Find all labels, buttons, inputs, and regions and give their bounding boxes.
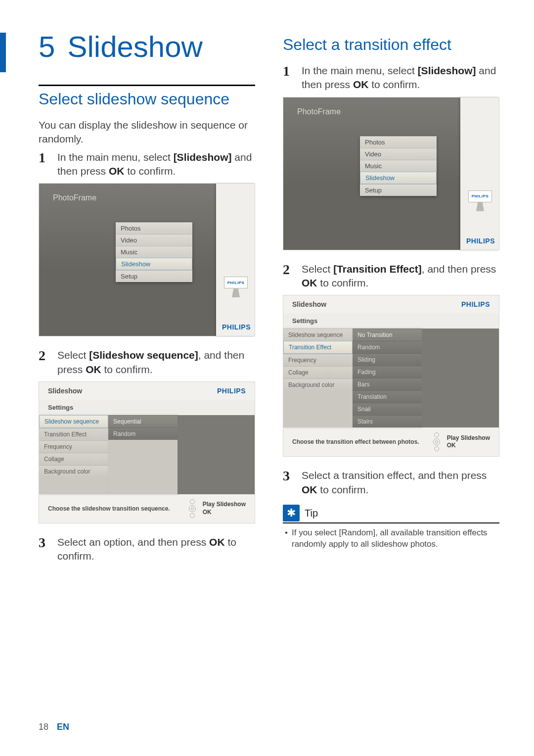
steps-left-3: 3 Select an option, and then press OK to… xyxy=(39,535,255,564)
settings-item-frequency[interactable]: Frequency xyxy=(283,354,353,366)
nav-up-icon xyxy=(434,432,439,437)
settings-brand: PHILIPS xyxy=(217,387,246,395)
step-text: In the main menu, select [Slideshow] and… xyxy=(57,150,255,179)
tip-box: ✱ Tip If you select [Random], all availa… xyxy=(283,505,499,550)
nav-down-icon xyxy=(434,446,439,451)
settings-item-background-color[interactable]: Background color xyxy=(283,378,353,391)
page: 5 Slideshow Select slideshow sequence Yo… xyxy=(0,0,534,597)
menu-item-music[interactable]: Music xyxy=(360,160,437,172)
chapter-heading: 5 Slideshow xyxy=(39,30,255,64)
menu-item-setup[interactable]: Setup xyxy=(116,270,192,282)
settings-option-random[interactable]: Random xyxy=(108,427,178,440)
device-brand: PHILIPS xyxy=(222,323,251,331)
settings-option[interactable]: Sliding xyxy=(353,353,422,366)
settings-item-collage[interactable]: Collage xyxy=(283,366,353,378)
tip-icon: ✱ xyxy=(283,505,300,521)
settings-mid-menu: No Transition Random Sliding Fading Bars… xyxy=(353,329,422,427)
page-number: 18 xyxy=(39,722,48,732)
device-title: PhotoFrame xyxy=(297,107,341,116)
steps-right: 1 In the main menu, select [Slideshow] a… xyxy=(283,64,499,92)
settings-option[interactable]: Snail xyxy=(353,403,422,415)
photoframe-screenshot-left: PhotoFrame Photos Video Music Slideshow … xyxy=(39,183,255,336)
step-number: 3 xyxy=(283,469,294,497)
section-rule xyxy=(39,85,255,86)
menu-item-video[interactable]: Video xyxy=(360,148,437,160)
device-chip: PHILIPS xyxy=(468,190,492,202)
tip-text: If you select [Random], all available tr… xyxy=(285,527,499,550)
settings-item-transition-effect[interactable]: Transition Effect xyxy=(283,341,353,354)
settings-header: Slideshow xyxy=(292,300,326,308)
nav-labels: Play Slideshow OK xyxy=(447,434,490,450)
settings-item-transition-effect[interactable]: Transition Effect xyxy=(39,428,108,440)
step-number: 1 xyxy=(39,150,49,179)
settings-option[interactable]: Stairs xyxy=(353,415,422,427)
settings-item-slideshow-sequence[interactable]: Slideshow sequence xyxy=(283,329,353,341)
settings-item-frequency[interactable]: Frequency xyxy=(39,440,108,453)
device-main-menu: Photos Video Music Slideshow Setup xyxy=(116,222,192,282)
step-number: 2 xyxy=(283,262,294,290)
settings-item-background-color[interactable]: Background color xyxy=(39,465,108,477)
device-chip: PHILIPS xyxy=(224,277,248,288)
device-title: PhotoFrame xyxy=(53,193,96,202)
settings-option-sequential[interactable]: Sequential xyxy=(108,415,178,427)
settings-option[interactable]: Random xyxy=(353,341,422,353)
device-main-menu: Photos Video Music Slideshow Setup xyxy=(360,136,437,196)
chapter-accent-bar xyxy=(0,33,6,72)
device-thumb-panel xyxy=(460,97,499,250)
step-number: 2 xyxy=(39,348,49,377)
nav-ok-icon xyxy=(189,505,196,512)
step-text: Select an option, and then press OK to c… xyxy=(57,535,255,564)
step-number: 3 xyxy=(39,535,49,564)
step-text: Select a transition effect, and then pre… xyxy=(302,469,499,497)
step-number: 1 xyxy=(283,64,294,92)
step-text: Select [Transition Effect], and then pre… xyxy=(302,262,499,290)
steps-right-3: 3 Select a transition effect, and then p… xyxy=(283,469,499,497)
settings-subheader: Settings xyxy=(283,313,499,329)
section-heading-right: Select a transition effect xyxy=(283,36,499,54)
nav-ok-icon xyxy=(433,438,440,445)
settings-header: Slideshow xyxy=(48,387,82,395)
menu-item-music[interactable]: Music xyxy=(116,246,192,258)
left-column: 5 Slideshow Select slideshow sequence Yo… xyxy=(39,30,255,567)
section-heading-left: Select slideshow sequence xyxy=(39,90,255,108)
menu-item-photos[interactable]: Photos xyxy=(116,222,192,234)
settings-option[interactable]: Bars xyxy=(353,378,422,390)
settings-mid-menu: Sequential Random xyxy=(108,415,178,494)
menu-item-setup[interactable]: Setup xyxy=(360,184,437,196)
right-column: Select a transition effect 1 In the main… xyxy=(283,30,499,567)
settings-screenshot-right: Slideshow PHILIPS Settings Slideshow seq… xyxy=(283,295,499,457)
photoframe-screenshot-right: PhotoFrame Photos Video Music Slideshow … xyxy=(283,97,499,250)
nav-labels: Play Slideshow OK xyxy=(203,501,246,516)
steps-left: 1 In the main menu, select [Slideshow] a… xyxy=(39,150,255,179)
page-lang: EN xyxy=(57,722,69,732)
settings-subheader: Settings xyxy=(39,400,255,415)
menu-item-slideshow[interactable]: Slideshow xyxy=(116,258,192,270)
settings-screenshot-left: Slideshow PHILIPS Settings Slideshow seq… xyxy=(39,381,255,523)
settings-option[interactable]: No Transition xyxy=(353,329,422,341)
settings-left-menu: Slideshow sequence Transition Effect Fre… xyxy=(283,329,353,427)
device-thumb-panel xyxy=(216,184,255,336)
settings-item-collage[interactable]: Collage xyxy=(39,453,108,465)
nav-up-icon xyxy=(190,499,195,504)
settings-hint: Choose the slideshow transition sequence… xyxy=(48,505,182,512)
settings-item-slideshow-sequence[interactable]: Slideshow sequence xyxy=(39,415,108,428)
device-brand: PHILIPS xyxy=(466,237,495,245)
nav-glyphs xyxy=(189,499,196,518)
menu-item-video[interactable]: Video xyxy=(116,234,192,246)
settings-brand: PHILIPS xyxy=(461,300,490,308)
steps-left-2: 2 Select [Slideshow sequence], and then … xyxy=(39,348,255,377)
menu-item-photos[interactable]: Photos xyxy=(360,136,437,148)
settings-left-menu: Slideshow sequence Transition Effect Fre… xyxy=(39,415,108,494)
settings-hint: Choose the transition effect between pho… xyxy=(292,438,426,445)
nav-down-icon xyxy=(190,513,195,518)
step-text: In the main menu, select [Slideshow] and… xyxy=(302,64,499,92)
intro-text: You can display the slideshow in sequenc… xyxy=(39,118,255,146)
nav-glyphs xyxy=(433,432,440,451)
settings-option[interactable]: Translation xyxy=(353,390,422,403)
chapter-number: 5 xyxy=(39,30,65,64)
menu-item-slideshow[interactable]: Slideshow xyxy=(360,172,437,184)
chapter-title: Slideshow xyxy=(67,30,203,64)
page-footer: 18 EN xyxy=(39,722,69,732)
settings-option[interactable]: Fading xyxy=(353,366,422,378)
tip-label: Tip xyxy=(305,508,318,519)
